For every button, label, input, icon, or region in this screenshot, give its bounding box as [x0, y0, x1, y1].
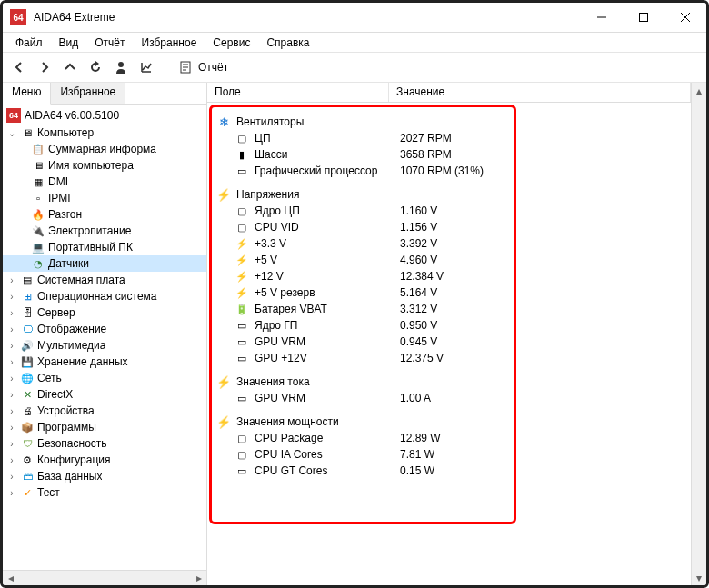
tree-item[interactable]: 📋Суммарная информа [3, 141, 206, 157]
collapse-icon[interactable]: › [6, 292, 17, 302]
field-label: GPU VRM [255, 392, 400, 404]
tree-item[interactable]: 🔥Разгон [3, 206, 206, 223]
menu-item[interactable]: Файл [8, 35, 50, 51]
collapse-icon[interactable]: › [6, 357, 17, 367]
nav-forward-button[interactable] [34, 56, 55, 78]
list-item[interactable]: ▮Шасси3658 RPM [216, 146, 691, 163]
tab-menu[interactable]: Меню [3, 83, 51, 105]
tree-item[interactable]: ▦DMI [3, 174, 206, 190]
sensor-icon: ◔ [31, 256, 45, 271]
pc-icon: 🖥 [31, 158, 45, 173]
list-item[interactable]: ▭GPU VRM1.00 A [216, 390, 691, 406]
nav-up-button[interactable] [59, 56, 81, 78]
collapse-icon[interactable]: › [6, 472, 17, 482]
collapse-icon[interactable]: › [6, 455, 17, 465]
tree-item-label: Хранение данных [37, 355, 128, 368]
cpu-icon: ▢ [235, 431, 249, 445]
nav-back-button[interactable] [8, 56, 30, 78]
tree-item[interactable]: ›🌐Сеть [3, 370, 206, 386]
tree-item[interactable]: ▫IPMI [3, 190, 206, 206]
column-value[interactable]: Значение [389, 83, 691, 102]
list-item[interactable]: ▢CPU Package12.89 W [216, 430, 691, 446]
collapse-icon[interactable]: › [6, 488, 17, 498]
tree-view[interactable]: 64AIDA64 v6.00.5100⌄🖥Компьютер📋Суммарная… [3, 105, 206, 570]
tree-item-label: DirectX [37, 388, 73, 401]
tree-item[interactable]: ›🗃База данных [3, 468, 206, 484]
report-button[interactable]: Отчёт [173, 58, 234, 76]
close-button[interactable] [664, 3, 706, 32]
menu-item[interactable]: Избранное [135, 35, 205, 51]
tab-favorites[interactable]: Избранное [51, 83, 125, 104]
list-item[interactable]: ▢Ядро ЦП1.160 V [216, 203, 691, 219]
menu-item[interactable]: Сервис [205, 35, 257, 51]
tree-item[interactable]: ›⊞Операционная система [3, 288, 206, 304]
collapse-icon[interactable]: › [6, 275, 17, 285]
collapse-icon[interactable]: › [6, 324, 17, 334]
cpu-icon: ▢ [235, 204, 249, 218]
tree-item[interactable]: 🖥Имя компьютера [3, 157, 206, 174]
scroll-left-icon[interactable]: ◂ [3, 571, 18, 586]
field-label: Графический процессор [255, 164, 400, 177]
list-item[interactable]: ⚡+5 V резерв5.164 V [216, 284, 691, 301]
refresh-button[interactable] [85, 56, 106, 78]
tree-item[interactable]: ›🗄Сервер [3, 304, 206, 321]
list-item[interactable]: ▢ЦП2027 RPM [216, 130, 691, 146]
tree-item[interactable]: 💻Портативный ПК [3, 239, 206, 255]
tree-item[interactable]: ◔Датчики [3, 255, 206, 272]
tree-item[interactable]: ›🖨Устройства [3, 403, 206, 419]
tree-item[interactable]: ›✕DirectX [3, 386, 206, 403]
collapse-icon[interactable]: › [6, 439, 17, 449]
tree-item[interactable]: ⌄🖥Компьютер [3, 125, 206, 141]
collapse-icon[interactable]: › [6, 374, 17, 384]
collapse-icon[interactable]: › [6, 406, 17, 416]
collapse-icon[interactable]: › [6, 308, 17, 318]
column-field[interactable]: Поле [207, 83, 389, 102]
svg-point-4 [118, 62, 124, 67]
list-item[interactable]: ▢CPU IA Cores7.81 W [216, 446, 691, 463]
tree-item[interactable]: ›🔊Мультимедиа [3, 337, 206, 354]
tree-root[interactable]: 64AIDA64 v6.00.5100 [3, 106, 206, 125]
scroll-right-icon[interactable]: ▸ [191, 571, 206, 586]
minimize-button[interactable] [581, 3, 623, 32]
tree-item[interactable]: ›🖵Отображение [3, 321, 206, 337]
gpu-icon: ▭ [235, 351, 249, 365]
scroll-up-icon[interactable]: ▴ [692, 83, 706, 98]
list-item[interactable]: ▭GPU +12V12.375 V [216, 350, 691, 366]
list-item[interactable]: ▭Графический процессор1070 RPM (31%) [216, 163, 691, 179]
server-icon: 🗄 [20, 305, 35, 320]
app-logo-icon: 64 [10, 9, 26, 25]
titlebar: 64 AIDA64 Extreme [3, 3, 706, 32]
tree-item[interactable]: 🔌Электропитание [3, 223, 206, 239]
menu-item[interactable]: Справка [259, 35, 316, 51]
user-button[interactable] [110, 56, 132, 78]
list-item[interactable]: ⚡+5 V4.960 V [216, 252, 691, 268]
list-item[interactable]: ▭GPU VRM0.945 V [216, 334, 691, 350]
tree-item[interactable]: ›✓Тест [3, 484, 206, 501]
collapse-icon[interactable]: › [6, 341, 17, 351]
list-body[interactable]: ❄Вентиляторы▢ЦП2027 RPM▮Шасси3658 RPM▭Гр… [207, 103, 691, 585]
menu-item[interactable]: Отчёт [87, 35, 132, 51]
collapse-icon[interactable]: › [6, 423, 17, 433]
list-item[interactable]: 🔋Батарея VBAT3.312 V [216, 301, 691, 317]
list-item[interactable]: ▭Ядро ГП0.950 V [216, 317, 691, 334]
section-header: ⚡Напряжения [216, 186, 691, 203]
collapse-icon[interactable]: › [6, 390, 17, 400]
tree-item[interactable]: ›▤Системная плата [3, 272, 206, 288]
list-item[interactable]: ▭CPU GT Cores0.15 W [216, 463, 691, 479]
maximize-button[interactable] [623, 3, 664, 32]
scroll-down-icon[interactable]: ▾ [692, 570, 706, 585]
list-item[interactable]: ⚡+3.3 V3.392 V [216, 235, 691, 252]
svg-rect-1 [640, 14, 648, 22]
tree-item[interactable]: ›💾Хранение данных [3, 354, 206, 370]
vertical-scrollbar[interactable]: ▴ ▾ [691, 83, 706, 585]
tree-item[interactable]: ›🛡Безопасность [3, 435, 206, 452]
horizontal-scrollbar[interactable]: ◂ ▸ [3, 570, 206, 585]
volt-icon: ⚡ [235, 253, 249, 267]
graph-button[interactable] [135, 56, 157, 78]
tree-item[interactable]: ›📦Программы [3, 419, 206, 435]
tree-item[interactable]: ›⚙Конфигурация [3, 452, 206, 468]
menu-item[interactable]: Вид [52, 35, 86, 51]
list-item[interactable]: ⚡+12 V12.384 V [216, 268, 691, 284]
expand-icon[interactable]: ⌄ [6, 128, 17, 138]
list-item[interactable]: ▢CPU VID1.156 V [216, 219, 691, 235]
